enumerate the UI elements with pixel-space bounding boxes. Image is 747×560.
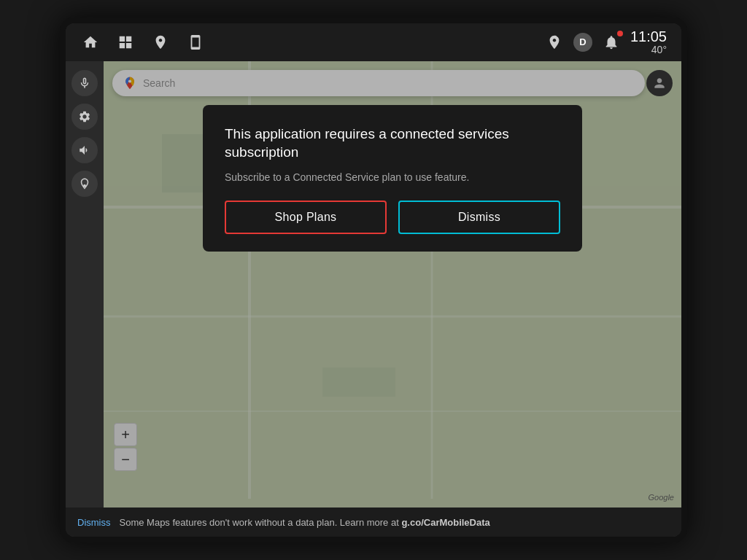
banner-dismiss-link[interactable]: Dismiss [77,517,111,528]
dismiss-modal-button[interactable]: Dismiss [398,201,560,234]
volume-button[interactable] [71,137,98,163]
status-bar-left [80,32,206,52]
modal-title: This application requires a connected se… [225,125,560,161]
bottom-banner: Dismiss Some Maps features don't work wi… [66,508,681,537]
d-badge: D [573,33,592,52]
grid-icon[interactable] [115,32,136,52]
status-bar: D 11:05 40° [66,23,681,61]
modal-overlay: This application requires a connected se… [104,61,681,508]
map-area: Search + − Google This application requi… [104,61,681,508]
home-icon[interactable] [80,32,101,52]
bell-icon[interactable] [601,32,622,52]
time-display: 11:05 40° [630,28,667,55]
route-button[interactable] [71,171,98,197]
sidebar [66,61,104,508]
temperature: 40° [630,44,667,55]
status-bar-right: D 11:05 40° [544,28,667,55]
microphone-button[interactable] [71,70,98,96]
banner-message: Some Maps features don't work without a … [120,517,490,528]
clock: 11:05 [630,28,667,44]
location-icon[interactable] [150,32,171,52]
bell-notification-dot [617,31,623,36]
main-area: Search + − Google This application requi… [66,61,681,508]
banner-link: g.co/CarMobileData [401,517,489,528]
subscription-modal: This application requires a connected se… [203,105,582,252]
settings-button[interactable] [71,104,98,130]
car-bezel: D 11:05 40° [60,18,687,542]
modal-buttons: Shop Plans Dismiss [225,201,560,234]
screen: D 11:05 40° [66,23,681,537]
map-pin-icon[interactable] [544,32,565,52]
modal-subtitle: Subscribe to a Connected Service plan to… [225,171,560,183]
phone-icon[interactable] [185,32,206,52]
shop-plans-button[interactable]: Shop Plans [225,201,387,234]
